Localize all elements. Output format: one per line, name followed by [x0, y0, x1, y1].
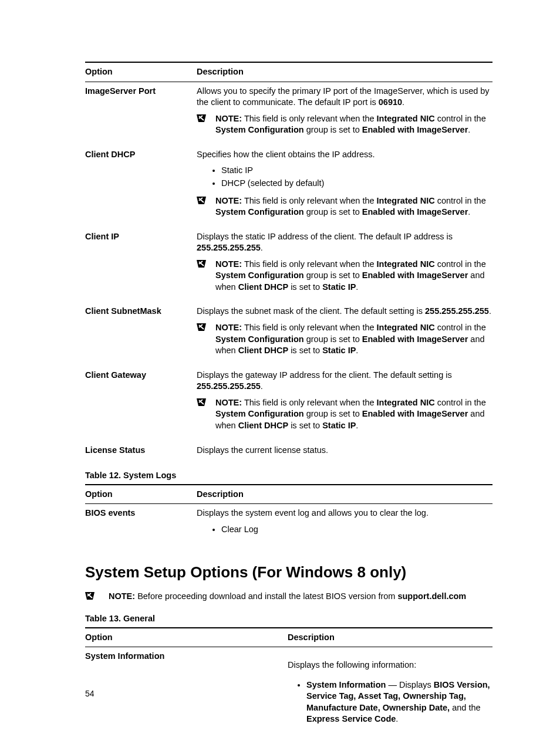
- list-item: System Information — Displays BIOS Versi…: [306, 679, 492, 725]
- row-system-information: System Information Displays the followin…: [85, 647, 492, 729]
- table13-header-option: Option: [85, 632, 288, 644]
- section-heading: System Setup Options (For Windows 8 only…: [85, 562, 492, 583]
- option-label: BIOS events: [85, 508, 197, 541]
- document-page: Option Description ImageServer Port Allo…: [0, 0, 560, 744]
- note-block: NOTE: This field is only relevant when t…: [197, 195, 492, 218]
- option-label: ImageServer Port: [85, 86, 197, 142]
- row-client-subnetmask: Client SubnetMask Displays the subnet ma…: [85, 302, 492, 366]
- desc-text: Allows you to specify the primary IP por…: [197, 86, 492, 109]
- note-text: NOTE: This field is only relevant when t…: [215, 195, 492, 218]
- row-imageserver-port: ImageServer Port Allows you to specify t…: [85, 82, 492, 146]
- list-item: Static IP: [221, 165, 492, 177]
- table1-header-description: Description: [197, 66, 492, 78]
- note-icon: [197, 114, 210, 122]
- note-icon: [85, 592, 98, 600]
- desc-text: Displays the subnet mask of the client. …: [197, 306, 492, 317]
- option-list: Clear Log: [197, 524, 492, 536]
- desc-text: Displays the following information:: [288, 660, 492, 671]
- table12-caption: Table 12. System Logs: [85, 470, 492, 482]
- option-description: Displays the static IP address of the cl…: [197, 231, 492, 299]
- table1-header-option: Option: [85, 66, 197, 78]
- note-text: NOTE: This field is only relevant when t…: [215, 322, 492, 357]
- note-block: NOTE: This field is only relevant when t…: [197, 397, 492, 432]
- note-block: NOTE: This field is only relevant when t…: [197, 259, 492, 293]
- table13-header-description: Description: [288, 632, 492, 644]
- option-description: Displays the gateway IP address for the …: [197, 370, 492, 438]
- option-description: Displays the following information: Syst…: [288, 651, 492, 725]
- row-client-dhcp: Client DHCP Specifies how the client obt…: [85, 146, 492, 228]
- table12-header-row: Option Description: [85, 485, 492, 504]
- option-description: Allows you to specify the primary IP por…: [197, 86, 492, 142]
- option-label: License Status: [85, 445, 197, 456]
- note-icon: [197, 323, 210, 331]
- option-description: Displays the system event log and allows…: [197, 508, 492, 541]
- note-text: NOTE: This field is only relevant when t…: [215, 259, 492, 293]
- note-block: NOTE: This field is only relevant when t…: [197, 113, 492, 136]
- table12-header-description: Description: [197, 489, 492, 500]
- option-list: Static IP DHCP (selected by default): [197, 165, 492, 189]
- desc-text: Displays the system event log and allows…: [197, 508, 492, 519]
- note-icon: [197, 260, 210, 268]
- option-label: Client IP: [85, 231, 197, 299]
- note-icon: [197, 197, 210, 204]
- option-description: Displays the current license status.: [197, 445, 492, 456]
- desc-text: Displays the static IP address of the cl…: [197, 231, 492, 254]
- sysinfo-list: System Information — Displays BIOS Versi…: [288, 679, 492, 725]
- note-text: NOTE: This field is only relevant when t…: [215, 113, 492, 136]
- table1-header-row: Option Description: [85, 63, 492, 82]
- row-license-status: License Status Displays the current lice…: [85, 441, 492, 460]
- option-label: Client DHCP: [85, 149, 197, 224]
- section-note-text: NOTE: Before proceeding download and ins…: [109, 591, 466, 603]
- option-label: Client SubnetMask: [85, 306, 197, 362]
- list-item: DHCP (selected by default): [221, 178, 492, 190]
- desc-text: Displays the gateway IP address for the …: [197, 370, 492, 393]
- option-label: System Information: [85, 651, 288, 725]
- row-client-ip: Client IP Displays the static IP address…: [85, 228, 492, 303]
- note-block: NOTE: This field is only relevant when t…: [197, 322, 492, 357]
- option-description: Specifies how the client obtains the IP …: [197, 149, 492, 224]
- option-label: Client Gateway: [85, 370, 197, 438]
- table13-caption: Table 13. General: [85, 613, 492, 625]
- row-bios-events: BIOS events Displays the system event lo…: [85, 504, 492, 545]
- page-number: 54: [85, 688, 95, 699]
- table13-header-row: Option Description: [85, 628, 492, 647]
- list-item: Clear Log: [221, 524, 492, 536]
- note-icon: [197, 398, 210, 406]
- row-client-gateway: Client Gateway Displays the gateway IP a…: [85, 366, 492, 441]
- section-note: NOTE: Before proceeding download and ins…: [85, 591, 492, 603]
- option-description: Displays the subnet mask of the client. …: [197, 306, 492, 362]
- desc-text: Specifies how the client obtains the IP …: [197, 149, 492, 161]
- note-text: NOTE: This field is only relevant when t…: [215, 397, 492, 432]
- table12-header-option: Option: [85, 489, 197, 500]
